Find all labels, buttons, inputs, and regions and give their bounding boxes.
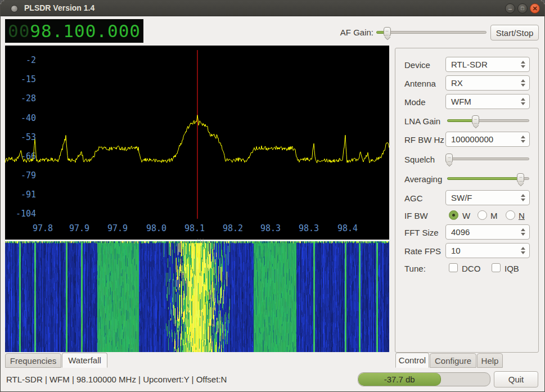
svg-text:-28: -28 — [21, 93, 36, 103]
control-panel: Device RTL-SDR Antenna RX Mode WFM LNA G… — [395, 48, 539, 353]
tab-frequencies[interactable]: Frequencies — [5, 353, 61, 368]
antenna-value: RX — [451, 78, 463, 88]
slider-fill — [447, 177, 521, 180]
spinner-arrows-icon[interactable] — [521, 57, 525, 71]
lna-gain-label: LNA Gain — [404, 116, 440, 126]
app-window: PLSDR Version 1.4 – □ ✕ 0098.100.000 AF … — [0, 0, 545, 392]
svg-text:-91: -91 — [21, 190, 36, 200]
if-bw-radio-n[interactable] — [506, 210, 515, 220]
if-bw-radio-m-label[interactable]: M — [490, 211, 498, 220]
tab-control[interactable]: Control — [395, 353, 429, 368]
start-stop-button[interactable]: Start/Stop — [490, 25, 539, 40]
rf-bw-label: RF BW Hz — [404, 135, 444, 145]
svg-text:98.4: 98.4 — [337, 223, 358, 233]
slider-handle-grip: ── — [445, 156, 453, 164]
device-label: Device — [404, 60, 430, 70]
svg-text:98.1: 98.1 — [184, 223, 205, 233]
svg-text:-53: -53 — [21, 132, 36, 142]
svg-text:97.8: 97.8 — [33, 223, 53, 233]
signal-meter-fill: -37.7 db — [358, 373, 441, 386]
tab-help[interactable]: Help — [477, 353, 503, 368]
rate-fps-label: Rate FPS — [404, 246, 441, 256]
if-bw-radio-n-label[interactable]: N — [519, 211, 525, 220]
spinner-arrows-icon[interactable] — [521, 225, 525, 239]
if-bw-label: IF BW — [404, 211, 428, 220]
if-bw-radio-m[interactable] — [478, 210, 487, 220]
slider-handle-grip: ── — [517, 175, 524, 183]
spinner-arrows-icon[interactable] — [521, 94, 525, 109]
af-gain-slider[interactable]: ── — [376, 26, 487, 38]
spectrum-display[interactable]: -2-15-28-40-53-66-79-91-10497.897.997.99… — [5, 46, 389, 240]
spectrum-plot: -2-15-28-40-53-66-79-91-10497.897.997.99… — [5, 46, 389, 240]
app-icon — [11, 5, 18, 12]
agc-select[interactable]: SW/F — [445, 190, 530, 205]
rf-bw-value: 100000000 — [451, 134, 493, 144]
svg-text:-104: -104 — [16, 209, 36, 219]
tune-label: Tune: — [404, 264, 426, 273]
mode-select[interactable]: WFM — [445, 94, 530, 109]
device-value: RTL-SDR — [451, 60, 488, 69]
tune-dco-checkbox[interactable] — [449, 263, 458, 272]
device-select[interactable]: RTL-SDR — [445, 57, 530, 72]
tab-configure[interactable]: Configure — [430, 353, 476, 368]
spinner-arrows-icon[interactable] — [521, 244, 525, 258]
svg-text:98.2: 98.2 — [223, 223, 243, 233]
slider-handle-grip: ── — [472, 118, 479, 125]
spinner-arrows-icon[interactable] — [521, 76, 525, 90]
antenna-label: Antenna — [404, 79, 436, 88]
fft-size-value: 4096 — [451, 227, 470, 237]
fft-size-spinbox[interactable]: 4096 — [445, 224, 530, 240]
agc-label: AGC — [404, 193, 423, 203]
rate-fps-spinbox[interactable]: 10 — [445, 243, 530, 258]
squelch-label: Squelch — [404, 155, 435, 164]
svg-text:97.9: 97.9 — [69, 223, 89, 233]
averaging-slider[interactable]: ── — [447, 173, 529, 184]
fft-size-label: FFT Size — [404, 228, 439, 237]
tab-waterfall[interactable]: Waterfall — [62, 353, 107, 368]
mode-label: Mode — [404, 97, 426, 107]
lna-gain-slider[interactable]: ── — [447, 115, 529, 126]
slider-handle-grip: ── — [384, 29, 391, 37]
window-title: PLSDR Version 1.4 — [24, 3, 94, 12]
svg-text:-40: -40 — [21, 113, 36, 123]
svg-text:-2: -2 — [26, 55, 36, 65]
if-bw-radio-w[interactable] — [449, 210, 458, 220]
frequency-leading-zeros: 00 — [8, 21, 30, 41]
minimize-icon[interactable]: – — [505, 3, 515, 13]
slider-track[interactable] — [447, 157, 529, 160]
svg-text:-79: -79 — [21, 170, 36, 181]
frequency-value: 98.100.000 — [30, 21, 141, 41]
maximize-icon[interactable]: □ — [517, 3, 528, 13]
antenna-select[interactable]: RX — [445, 75, 530, 91]
waterfall-display[interactable] — [5, 241, 389, 352]
slider-track[interactable] — [376, 31, 487, 34]
title-bar[interactable]: PLSDR Version 1.4 – □ ✕ — [1, 1, 544, 16]
close-icon[interactable]: ✕ — [530, 3, 540, 13]
quit-button[interactable]: Quit — [494, 371, 538, 388]
frequency-display[interactable]: 0098.100.000 — [5, 19, 143, 43]
mode-value: WFM — [451, 97, 471, 106]
svg-text:98.3: 98.3 — [299, 223, 319, 233]
tune-dco-label[interactable]: DCO — [462, 264, 480, 273]
spinner-arrows-icon[interactable] — [521, 132, 525, 146]
svg-text:98.3: 98.3 — [260, 223, 281, 233]
svg-text:98.0: 98.0 — [146, 223, 166, 233]
svg-text:97.9: 97.9 — [107, 223, 128, 233]
tune-iqb-label[interactable]: IQB — [505, 264, 519, 273]
svg-text:-15: -15 — [21, 74, 36, 84]
averaging-label: Averaging — [404, 174, 442, 184]
rf-bw-spinbox[interactable]: 100000000 — [445, 132, 530, 147]
squelch-slider[interactable]: ── — [447, 153, 529, 164]
signal-meter: -37.7 db — [358, 372, 490, 386]
status-text: RTL-SDR | WFM | 98.100000 MHz | Upconver… — [6, 375, 227, 384]
if-bw-radio-w-label[interactable]: W — [462, 211, 470, 220]
tune-iqb-checkbox[interactable] — [492, 263, 501, 272]
af-gain-label: AF Gain: — [324, 28, 373, 37]
rate-fps-value: 10 — [451, 246, 461, 255]
spinner-arrows-icon[interactable] — [521, 191, 525, 205]
agc-value: SW/F — [451, 193, 472, 202]
